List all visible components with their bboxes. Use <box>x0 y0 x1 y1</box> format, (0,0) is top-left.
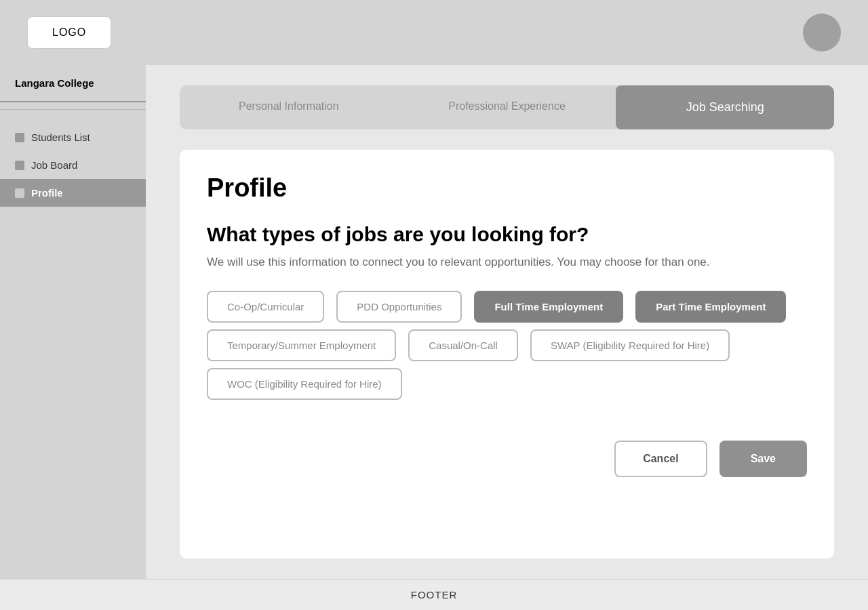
job-type-temporary[interactable]: Temporary/Summer Employment <box>207 329 396 361</box>
sidebar-item-profile[interactable]: Profile <box>0 179 146 207</box>
tab-professional-experience[interactable]: Professional Experience <box>398 85 616 129</box>
job-board-icon <box>15 161 24 170</box>
action-row: Cancel Save <box>207 427 807 477</box>
job-type-coop[interactable]: Co-Op/Curricular <box>207 291 324 323</box>
students-list-icon <box>15 133 24 142</box>
avatar[interactable] <box>803 14 841 52</box>
sidebar-divider <box>0 109 146 110</box>
profile-icon <box>15 188 24 198</box>
layout: Langara College Students List Job Board … <box>0 65 868 579</box>
section-desc: We will use this information to connect … <box>207 256 807 269</box>
job-type-woc[interactable]: WOC (Eligibility Required for Hire) <box>207 368 402 400</box>
cancel-button[interactable]: Cancel <box>614 441 707 477</box>
content-card: Profile What types of jobs are you looki… <box>180 150 834 558</box>
job-types-row-1: Co-Op/Curricular PDD Opportunities Full … <box>207 291 807 323</box>
header: LOGO <box>0 0 868 65</box>
sidebar-item-label: Students List <box>31 131 90 143</box>
logo: LOGO <box>27 16 111 49</box>
save-button[interactable]: Save <box>719 441 807 477</box>
job-type-parttime[interactable]: Part Time Employment <box>635 291 786 323</box>
footer: FOOTER <box>0 579 868 610</box>
job-types-row-3: WOC (Eligibility Required for Hire) <box>207 368 807 400</box>
job-type-swap[interactable]: SWAP (Eligibility Required for Hire) <box>530 329 730 361</box>
job-type-casual[interactable]: Casual/On-Call <box>408 329 518 361</box>
job-types-row-2: Temporary/Summer Employment Casual/On-Ca… <box>207 329 807 361</box>
sidebar-item-label: Profile <box>31 187 63 199</box>
section-title: What types of jobs are you looking for? <box>207 223 807 246</box>
sidebar-item-job-board[interactable]: Job Board <box>0 151 146 179</box>
job-type-pdd[interactable]: PDD Opportunities <box>336 291 462 323</box>
tab-personal-information[interactable]: Personal Information <box>180 85 398 129</box>
job-type-fulltime[interactable]: Full Time Employment <box>474 291 623 323</box>
sidebar-school-name: Langara College <box>0 65 146 102</box>
sidebar: Langara College Students List Job Board … <box>0 65 146 579</box>
sidebar-nav: Students List Job Board Profile <box>0 123 146 207</box>
tab-job-searching[interactable]: Job Searching <box>616 85 834 129</box>
sidebar-item-students-list[interactable]: Students List <box>0 123 146 151</box>
progress-tabs: Personal Information Professional Experi… <box>180 85 834 129</box>
main-content: Personal Information Professional Experi… <box>146 65 868 579</box>
sidebar-item-label: Job Board <box>31 159 77 171</box>
page-title: Profile <box>207 174 807 203</box>
